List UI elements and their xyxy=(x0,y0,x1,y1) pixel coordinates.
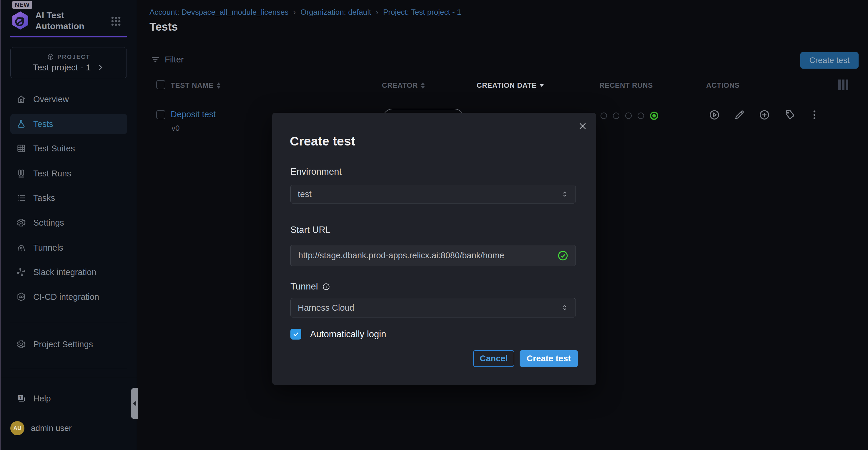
recent-runs xyxy=(600,111,658,120)
modal-create-test-button[interactable]: Create test xyxy=(520,350,578,367)
sidebar-item-label: Slack integration xyxy=(33,268,96,277)
brand-underline xyxy=(10,36,127,37)
window-edge xyxy=(0,0,1,450)
run-status-dot[interactable] xyxy=(650,112,658,120)
sidebar-item-label: Help xyxy=(33,394,51,403)
project-selector[interactable]: PROJECT Test project - 1 xyxy=(10,47,127,78)
tunnel-icon xyxy=(16,243,26,253)
add-icon[interactable] xyxy=(758,109,770,121)
cancel-button[interactable]: Cancel xyxy=(473,350,514,367)
page-title: Tests xyxy=(150,21,178,33)
column-header-actions: ACTIONS xyxy=(706,81,740,89)
edit-icon[interactable] xyxy=(734,109,745,121)
close-icon[interactable] xyxy=(576,119,589,133)
filter-label: Filter xyxy=(165,55,184,64)
run-test-icon[interactable] xyxy=(709,109,720,121)
sidebar-item-settings[interactable]: Settings xyxy=(10,213,127,233)
sidebar-item-help[interactable]: ? Help xyxy=(10,389,127,409)
create-test-modal: Create test Environment test Start URL T… xyxy=(272,113,596,385)
user-name: admin user xyxy=(31,423,72,433)
modal-title: Create test xyxy=(290,134,355,148)
sidebar-item-tunnels[interactable]: Tunnels xyxy=(10,238,127,258)
sidebar-collapse-handle[interactable] xyxy=(131,388,138,419)
tag-icon[interactable] xyxy=(783,109,795,121)
flask-icon xyxy=(16,119,26,129)
row-checkbox[interactable] xyxy=(156,110,165,119)
start-url-input[interactable] xyxy=(298,250,557,261)
filter-button[interactable]: Filter xyxy=(151,55,184,64)
auto-login-checkbox[interactable] xyxy=(290,329,301,340)
breadcrumb-account[interactable]: Account: Devspace_all_module_licenses xyxy=(150,8,289,17)
sidebar-item-slack-integration[interactable]: Slack integration xyxy=(10,262,127,282)
home-icon xyxy=(16,94,26,104)
sidebar-item-label: Project Settings xyxy=(33,340,93,349)
sidebar-item-label: Test Runs xyxy=(33,169,71,178)
slack-icon xyxy=(16,267,26,277)
run-status-dot[interactable] xyxy=(638,113,644,119)
sidebar-item-label: CI-CD integration xyxy=(33,292,99,302)
run-status-dot[interactable] xyxy=(600,113,607,119)
environment-value: test xyxy=(298,189,312,199)
user-menu[interactable]: AU admin user xyxy=(10,421,72,435)
filter-icon xyxy=(151,55,160,64)
sidebar-item-overview[interactable]: Overview xyxy=(10,89,127,109)
sidebar-item-label: Tasks xyxy=(33,193,55,203)
sidebar-item-project-settings[interactable]: Project Settings xyxy=(10,334,127,354)
help-chat-icon: ? xyxy=(16,393,26,403)
avatar: AU xyxy=(10,421,24,435)
test-name-link[interactable]: Deposit test xyxy=(170,110,216,119)
column-header-test-name[interactable]: TEST NAME xyxy=(170,81,221,89)
info-icon[interactable] xyxy=(322,283,330,291)
cicd-icon xyxy=(16,292,26,302)
project-cube-icon xyxy=(47,53,55,61)
app-switcher-grid-icon[interactable] xyxy=(110,15,122,27)
sidebar-item-test-suites[interactable]: Test Suites xyxy=(10,138,127,159)
sidebar-item-cicd-integration[interactable]: CI-CD integration xyxy=(10,287,127,307)
sidebar-item-test-runs[interactable]: Test Runs xyxy=(10,164,127,184)
sidebar: NEW AI Test Automation xyxy=(0,0,137,450)
sidebar-item-tests[interactable]: Tests xyxy=(10,114,127,134)
sidebar-item-tasks[interactable]: Tasks xyxy=(10,188,127,208)
run-status-dot[interactable] xyxy=(613,113,619,119)
run-status-dot[interactable] xyxy=(625,113,632,119)
chevron-right-icon xyxy=(96,64,104,71)
column-header-recent-runs: RECENT RUNS xyxy=(599,81,653,89)
app-logo-icon xyxy=(10,10,30,31)
sidebar-item-label: Overview xyxy=(33,94,69,104)
gear-icon xyxy=(16,218,26,228)
sort-desc-icon xyxy=(539,84,544,87)
test-runs-icon xyxy=(16,168,26,178)
tasks-icon xyxy=(16,193,26,203)
project-name: Test project - 1 xyxy=(33,62,91,73)
auto-login-label: Automatically login xyxy=(310,329,386,340)
test-version: v0 xyxy=(172,124,180,133)
more-options-icon[interactable] xyxy=(809,109,820,121)
sort-icon xyxy=(421,82,425,89)
tunnel-value: Harness Cloud xyxy=(298,303,354,313)
environment-select[interactable]: test xyxy=(290,185,576,203)
svg-text:?: ? xyxy=(20,395,22,400)
select-all-checkbox[interactable] xyxy=(156,80,165,89)
new-badge: NEW xyxy=(12,1,32,9)
auto-login-row: Automatically login xyxy=(290,329,386,340)
create-test-button[interactable]: Create test xyxy=(800,52,859,68)
breadcrumb-project[interactable]: Project: Test project - 1 xyxy=(383,8,461,17)
project-kicker-label: PROJECT xyxy=(57,54,90,60)
sort-icon xyxy=(217,82,221,89)
tunnel-select[interactable]: Harness Cloud xyxy=(290,298,576,317)
sidebar-item-label: Test Suites xyxy=(33,144,75,153)
app-name: AI Test Automation xyxy=(35,10,94,31)
sidebar-item-label: Settings xyxy=(33,218,64,228)
column-header-creation-date[interactable]: CREATION DATE xyxy=(477,81,544,89)
breadcrumb-organization[interactable]: Organization: default xyxy=(301,8,371,17)
breadcrumb-separator: › xyxy=(293,8,296,17)
select-chevrons-icon xyxy=(561,190,568,198)
column-header-creator[interactable]: CREATOR xyxy=(382,81,425,89)
sidebar-divider xyxy=(10,322,127,322)
suite-grid-icon xyxy=(16,143,26,153)
breadcrumb: Account: Devspace_all_module_licenses › … xyxy=(150,8,461,17)
collapse-arrow-icon xyxy=(133,401,136,406)
column-settings-icon[interactable] xyxy=(838,80,848,90)
tunnel-label: Tunnel xyxy=(290,281,330,292)
row-actions xyxy=(709,109,820,121)
